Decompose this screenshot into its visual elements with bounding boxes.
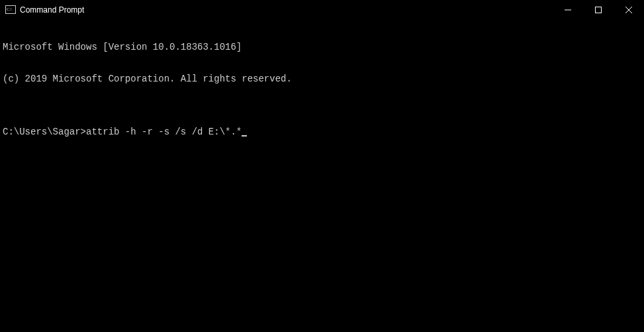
window-title: Command Prompt (20, 5, 84, 15)
window-controls (553, 0, 644, 20)
command-input[interactable]: attrib -h -r -s /s /d E:\*.* (86, 127, 242, 137)
command-prompt-icon: C:\ (5, 5, 16, 15)
prompt-line: C:\Users\Sagar>attrib -h -r -s /s /d E:\… (3, 127, 641, 137)
terminal-output[interactable]: Microsoft Windows [Version 10.0.18363.10… (0, 20, 644, 148)
close-button[interactable] (614, 0, 644, 20)
version-line: Microsoft Windows [Version 10.0.18363.10… (3, 42, 641, 52)
svg-text:C:\: C:\ (7, 7, 13, 12)
svg-rect-3 (596, 7, 602, 13)
maximize-button[interactable] (583, 0, 614, 20)
cursor (242, 135, 247, 137)
prompt-path: C:\Users\Sagar> (3, 127, 86, 137)
minimize-button[interactable] (553, 0, 583, 20)
copyright-line: (c) 2019 Microsoft Corporation. All righ… (3, 74, 641, 84)
titlebar: C:\ Command Prompt (0, 0, 644, 20)
